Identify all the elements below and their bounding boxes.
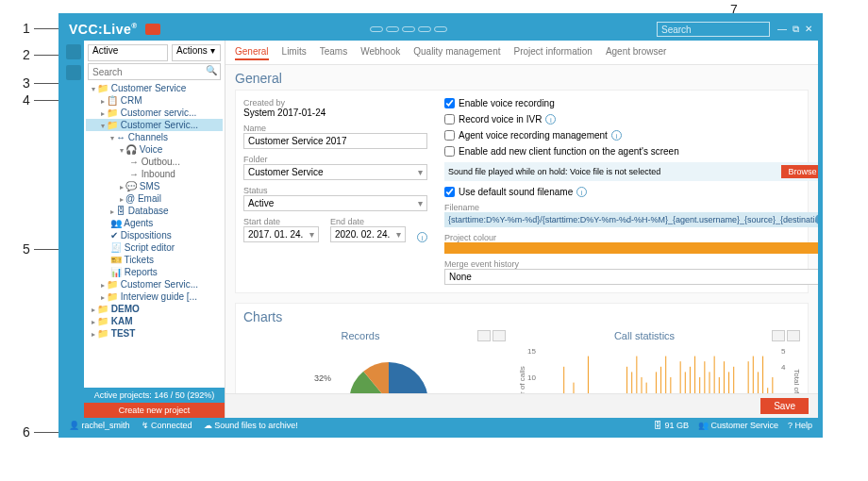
chart-tool-icon[interactable] (492, 330, 506, 341)
merge-select[interactable]: None (444, 269, 818, 285)
tab-project-information[interactable]: Project information (514, 44, 593, 60)
main-panel: General Limits Teams Webhook Quality man… (225, 41, 818, 418)
name-input[interactable]: Customer Service 2017 (243, 133, 427, 149)
svg-text:4: 4 (781, 363, 786, 372)
tree-agents[interactable]: 👥 Agents (86, 217, 223, 229)
tab-agent-browser[interactable]: Agent browser (606, 44, 666, 60)
tab-limits[interactable]: Limits (282, 44, 307, 60)
tree-demo[interactable]: ▸📁 DEMO (86, 303, 223, 315)
tab-webhook[interactable]: Webhook (360, 44, 400, 60)
callout-6: 6 (23, 424, 30, 440)
status-team: 👥 Customer Service (698, 421, 778, 430)
chart-tool-icon[interactable] (772, 330, 785, 341)
chart-records-title: Records (243, 330, 477, 341)
svg-text:Total of online: Total of online (793, 369, 800, 393)
tree-crm[interactable]: ▸📋 CRM (86, 94, 223, 107)
end-date-input[interactable]: 2020. 02. 24. (330, 226, 406, 242)
chk-enable-voice[interactable]: Enable voice recording (444, 98, 818, 108)
sidebar: Active Actions ▾ 🔍 ▾📁 Customer Service ▸… (84, 41, 225, 418)
filename-label: Filename (444, 203, 818, 212)
tree-cs2-selected[interactable]: ▾📁 Customer Servic... (86, 119, 223, 131)
filename-pattern[interactable]: {starttime:D%Y-%m-%d}/{starttime:D%Y-%m-… (444, 212, 818, 227)
start-date-input[interactable]: 2017. 01. 24. (243, 226, 319, 242)
tree-kam[interactable]: ▸📁 KAM (86, 315, 223, 327)
charts-heading: Charts (243, 309, 800, 324)
create-project-button[interactable]: Create new project (84, 403, 225, 418)
tree-database[interactable]: ▸🗄 Database (86, 205, 223, 217)
folder-label: Folder (243, 155, 427, 164)
tree-outbound[interactable]: → Outbou... (86, 156, 223, 168)
tab-general[interactable]: General (235, 44, 269, 60)
tree-email[interactable]: ▸@ Email (86, 192, 223, 205)
sidebar-filter-state[interactable]: Active (88, 44, 168, 61)
callout-1: 1 (23, 21, 30, 36)
title-decor (160, 26, 657, 32)
titlebar: VCC:Live® — ⧉ ✕ (63, 18, 818, 41)
chk-default-filename[interactable]: Use default sound filename i (444, 187, 818, 197)
chk-record-ivr[interactable]: Record voice in IVR i (444, 114, 818, 124)
brand-badge (145, 24, 160, 35)
tree-sms[interactable]: ▸💬 SMS (86, 180, 223, 192)
app-window: VCC:Live® — ⧉ ✕ Active Actions ▾ 🔍 (58, 13, 823, 438)
chart-tool-icon[interactable] (787, 330, 800, 341)
merge-label: Merge event history (444, 259, 818, 269)
search-icon[interactable]: 🔍 (206, 65, 217, 75)
callout-5: 5 (23, 241, 30, 257)
status-label: Status (243, 186, 427, 195)
svg-text:15: 15 (527, 347, 536, 356)
callout-4: 4 (23, 92, 30, 108)
info-icon[interactable]: i (576, 187, 587, 197)
active-projects-count: Active projects: 146 / 50 (292%) (84, 388, 225, 403)
callout-3: 3 (23, 75, 30, 91)
status-archive-alert[interactable]: ☁ Sound files to archive! (204, 421, 298, 430)
bar-chart: 5101545Number of callsTotal of online (517, 345, 800, 393)
sidebar-actions-menu[interactable]: Actions ▾ (172, 44, 221, 61)
tab-quality-management[interactable]: Quality management (413, 44, 500, 60)
svg-text:10: 10 (527, 373, 536, 382)
status-connected: ↯ Connected (142, 421, 192, 430)
created-by-value: System 2017-01-24 (243, 108, 427, 118)
chk-agent-voice-mgmt[interactable]: Agent voice recording management i (444, 130, 818, 141)
status-bar: 👤 rachel_smith ↯ Connected ☁ Sound files… (63, 418, 818, 433)
close-icon[interactable]: ✕ (805, 24, 812, 35)
general-heading: General (235, 71, 809, 86)
status-select[interactable]: Active (243, 195, 427, 211)
date-info-icon[interactable]: i (417, 232, 427, 242)
global-search-input[interactable] (657, 22, 770, 37)
minimize-icon[interactable]: — (777, 24, 787, 35)
tree-channels[interactable]: ▾↔ Channels (86, 131, 223, 143)
chart-tool-icon[interactable] (477, 330, 491, 341)
sidebar-search-input[interactable] (88, 63, 221, 80)
tree-voice[interactable]: ▾🎧 Voice (86, 143, 223, 156)
status-help[interactable]: ? Help (788, 421, 812, 430)
tree-script[interactable]: 🧾 Script editor (86, 241, 223, 254)
info-icon[interactable]: i (545, 114, 556, 124)
folder-select[interactable]: Customer Service (243, 164, 427, 180)
tab-teams[interactable]: Teams (320, 44, 347, 60)
end-date-label: End date (330, 217, 406, 226)
project-color-picker[interactable] (444, 242, 818, 254)
tree-reports[interactable]: 📊 Reports (86, 266, 223, 278)
chart-callstats: Call statistics 5101545Number of callsTo… (517, 328, 800, 393)
browse-button[interactable]: Browse (781, 165, 818, 178)
maximize-icon[interactable]: ⧉ (793, 24, 799, 35)
tree-inbound[interactable]: → Inbound (86, 168, 223, 180)
sound-on-hold-text: Sound file played while on hold: Voice f… (448, 167, 660, 176)
tree-cs3[interactable]: ▸📁 Customer Servic... (86, 278, 223, 290)
tree-dispositions[interactable]: ✔ Dispositions (86, 229, 223, 241)
tree-cs1[interactable]: ▸📁 Customer servic... (86, 107, 223, 119)
save-button[interactable]: Save (760, 398, 809, 414)
status-user: 👤 rachel_smith (69, 421, 130, 430)
rail-icon-1[interactable] (66, 44, 81, 59)
tree-test[interactable]: ▸📁 TEST (86, 327, 223, 340)
chk-new-client[interactable]: Enable add new client function on the ag… (444, 146, 818, 157)
status-storage: 🗄 91 GB (654, 421, 689, 430)
content-scroll[interactable]: General Created by System 2017-01-24 Nam… (225, 65, 818, 393)
info-icon[interactable]: i (611, 130, 622, 141)
tree-tickets[interactable]: 🎫 Tickets (86, 254, 223, 266)
project-tree: ▾📁 Customer Service ▸📋 CRM ▸📁 Customer s… (84, 80, 225, 388)
window-controls: — ⧉ ✕ (777, 24, 812, 35)
tree-root[interactable]: ▾📁 Customer Service (86, 82, 223, 94)
rail-icon-2[interactable] (66, 65, 81, 80)
tree-interview[interactable]: ▸📁 Interview guide [... (86, 290, 223, 303)
